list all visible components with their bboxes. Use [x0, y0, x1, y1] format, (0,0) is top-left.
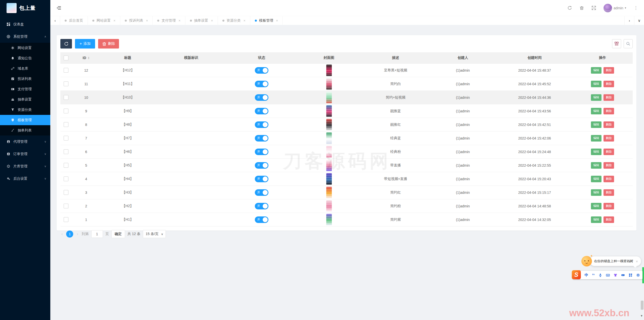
- tabs-scroll-right[interactable]: ›: [624, 16, 634, 25]
- edit-button[interactable]: 编辑: [591, 149, 601, 155]
- status-toggle[interactable]: 开: [255, 162, 268, 169]
- sidebar-item-payment-management[interactable]: 支付管理: [0, 84, 50, 94]
- edit-button[interactable]: 编辑: [591, 176, 601, 182]
- sidebar-item-notice[interactable]: 通知公告: [0, 53, 50, 63]
- status-toggle[interactable]: 开: [255, 81, 268, 87]
- tab-close-icon[interactable]: ×: [113, 19, 115, 23]
- row-checkbox[interactable]: [64, 149, 68, 154]
- current-page-button[interactable]: 1: [66, 231, 73, 238]
- sidebar-item-complaint-list[interactable]: 投诉列表: [0, 74, 50, 84]
- edit-button[interactable]: 编辑: [591, 135, 601, 142]
- page-number-input[interactable]: [91, 230, 103, 238]
- delete-button[interactable]: 删除: [603, 94, 614, 101]
- edit-button[interactable]: 编辑: [591, 121, 601, 128]
- sidebar-item-draw-list[interactable]: 抽单列表: [0, 125, 50, 135]
- sidebar-item-resource-category[interactable]: 资源分类: [0, 105, 50, 115]
- row-checkbox[interactable]: [64, 136, 68, 141]
- edit-button[interactable]: 编辑: [591, 94, 601, 101]
- status-toggle[interactable]: 开: [255, 149, 268, 155]
- tab-home[interactable]: 后台首页: [60, 16, 88, 25]
- status-toggle[interactable]: 开: [255, 135, 268, 142]
- delete-button[interactable]: 删除: [603, 189, 614, 196]
- sidebar-item-draw-settings[interactable]: 抽单设置: [0, 94, 50, 105]
- tabs-dropdown[interactable]: ∨: [634, 16, 644, 25]
- row-checkbox[interactable]: [64, 204, 68, 208]
- next-page-button[interactable]: ›: [76, 232, 79, 236]
- columns-toggle-button[interactable]: [612, 39, 621, 48]
- sidebar-item-dashboard[interactable]: 仪表盘: [0, 18, 50, 30]
- refresh-button[interactable]: [60, 39, 72, 49]
- chinese-mode-icon[interactable]: 中: [585, 273, 588, 278]
- trash-icon[interactable]: [579, 6, 584, 10]
- search-toggle-button[interactable]: [624, 39, 633, 48]
- row-checkbox[interactable]: [64, 190, 68, 195]
- delete-button[interactable]: 删除: [603, 176, 614, 182]
- tab-website-settings[interactable]: 网站设置×: [88, 16, 120, 25]
- batch-delete-button[interactable]: 删除: [98, 39, 119, 49]
- scrollbar-thumb[interactable]: [641, 301, 643, 310]
- sidebar-item-order-management[interactable]: 订单管理∨: [0, 148, 50, 160]
- prev-page-button[interactable]: ‹: [60, 232, 64, 236]
- user-menu[interactable]: admin ▾: [603, 4, 626, 12]
- scrollbar-down-arrow[interactable]: ▼: [640, 314, 643, 317]
- apps-icon[interactable]: [629, 273, 632, 277]
- row-checkbox[interactable]: [64, 176, 68, 181]
- tab-payment-management[interactable]: 支付管理×: [153, 16, 185, 25]
- row-checkbox[interactable]: [64, 217, 68, 222]
- select-all-checkbox[interactable]: [64, 56, 68, 60]
- confirm-page-button[interactable]: 确定: [111, 230, 125, 238]
- sidebar-item-website-settings[interactable]: 网站设置: [0, 43, 50, 53]
- sogou-logo[interactable]: S: [572, 270, 581, 279]
- game-icon[interactable]: [621, 273, 625, 277]
- microphone-icon[interactable]: [598, 273, 602, 277]
- tab-close-icon[interactable]: ×: [276, 19, 278, 23]
- row-checkbox[interactable]: [64, 68, 68, 73]
- tab-draw-settings[interactable]: 抽单设置×: [185, 16, 218, 25]
- punctuation-icon[interactable]: °’: [592, 273, 595, 277]
- tab-close-icon[interactable]: ×: [211, 19, 213, 23]
- row-checkbox[interactable]: [64, 122, 68, 127]
- status-toggle[interactable]: 开: [255, 108, 268, 114]
- sort-icon[interactable]: ▲▼: [88, 57, 90, 60]
- sidebar-item-agent-management[interactable]: 代理管理∨: [0, 135, 50, 148]
- tab-template-management[interactable]: 模板管理×: [250, 16, 283, 25]
- delete-button[interactable]: 删除: [603, 67, 614, 74]
- sidebar-item-film-library[interactable]: 片库管理∨: [0, 160, 50, 172]
- fullscreen-icon[interactable]: [591, 6, 596, 10]
- keyboard-icon[interactable]: [606, 273, 610, 277]
- delete-button[interactable]: 删除: [603, 203, 614, 209]
- status-toggle[interactable]: 开: [255, 121, 268, 128]
- delete-button[interactable]: 删除: [603, 81, 614, 87]
- row-checkbox[interactable]: [64, 95, 68, 100]
- delete-button[interactable]: 删除: [603, 135, 614, 142]
- sidebar-item-backend-settings[interactable]: 后台设置∨: [0, 172, 50, 185]
- edit-button[interactable]: 编辑: [591, 203, 601, 209]
- tab-resource-category[interactable]: 资源分类×: [218, 16, 250, 25]
- delete-button[interactable]: 删除: [603, 162, 614, 169]
- refresh-icon[interactable]: [567, 6, 572, 10]
- status-toggle[interactable]: 开: [255, 94, 268, 101]
- add-button[interactable]: + 添加: [75, 39, 95, 49]
- status-toggle[interactable]: 开: [255, 176, 268, 182]
- row-checkbox[interactable]: [64, 109, 68, 113]
- edit-button[interactable]: 编辑: [591, 108, 601, 114]
- tab-close-icon[interactable]: ×: [178, 19, 180, 23]
- kebab-menu-icon[interactable]: ⋮: [634, 5, 638, 11]
- status-toggle[interactable]: 开: [255, 189, 268, 196]
- delete-button[interactable]: 删除: [603, 121, 614, 128]
- menu-fold-icon[interactable]: [56, 6, 61, 10]
- status-toggle[interactable]: 开: [255, 203, 268, 209]
- edit-button[interactable]: 编辑: [591, 67, 601, 74]
- tabs-scroll-left[interactable]: ‹: [50, 16, 60, 25]
- status-toggle[interactable]: 开: [255, 67, 268, 74]
- per-page-select[interactable]: 15 条/页 ∨: [143, 230, 166, 238]
- sidebar-item-template-management[interactable]: 模板管理: [0, 115, 50, 125]
- status-toggle[interactable]: 开: [255, 216, 268, 223]
- sidebar-item-domain-library[interactable]: 域名库: [0, 63, 50, 74]
- sidebar-item-system-management[interactable]: 系统管理∧: [0, 30, 50, 43]
- edit-button[interactable]: 编辑: [591, 189, 601, 196]
- delete-button[interactable]: 删除: [603, 149, 614, 155]
- row-checkbox[interactable]: [64, 81, 68, 86]
- edit-button[interactable]: 编辑: [591, 216, 601, 223]
- tab-close-icon[interactable]: ×: [244, 19, 246, 23]
